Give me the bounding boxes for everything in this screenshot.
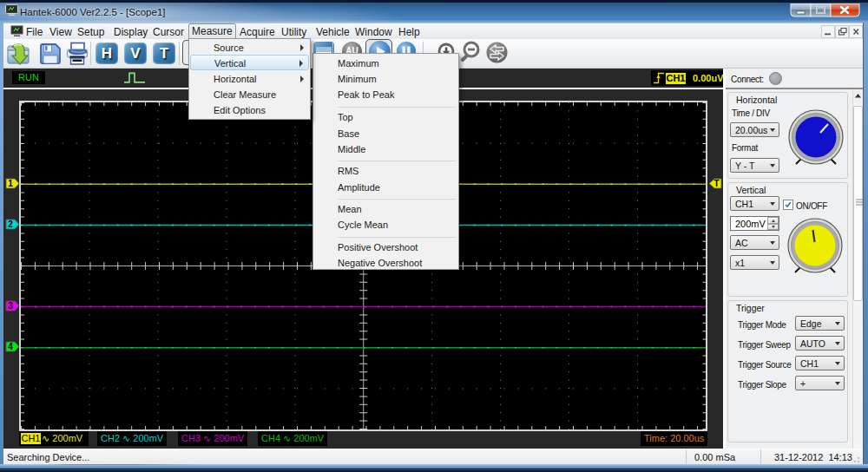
svg-text:1: 1 (8, 179, 13, 188)
svg-text:4: 4 (8, 342, 13, 351)
svg-text:2: 2 (8, 220, 13, 229)
svg-text:T: T (713, 179, 719, 188)
svg-text:3: 3 (8, 301, 13, 311)
